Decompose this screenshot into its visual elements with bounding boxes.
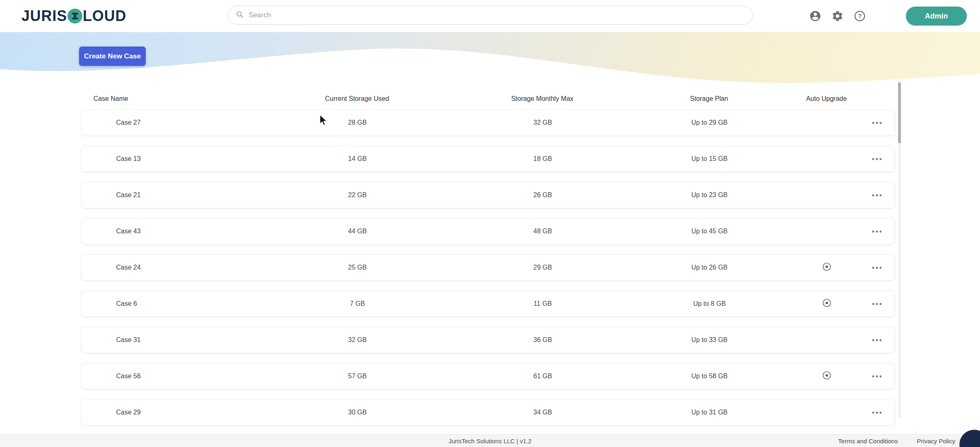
column-header-monthly-max: Storage Monthly Max <box>448 95 637 102</box>
storage-plan-value: Up to 58 GB <box>637 372 782 380</box>
table-row[interactable]: Case 29 30 GB 34 GB Up to 31 GB <box>81 399 895 426</box>
monthly-max-value: 26 GB <box>448 191 637 199</box>
table-row[interactable]: Case 13 14 GB 18 GB Up to 15 GB <box>81 146 895 172</box>
storage-plan-value: Up to 31 GB <box>637 409 782 416</box>
search-input[interactable] <box>249 11 745 19</box>
search-icon <box>236 10 244 20</box>
case-name: Case 31 <box>116 336 141 344</box>
monthly-max-value: 11 GB <box>448 300 637 307</box>
column-header-case-name: Case Name <box>93 95 266 102</box>
case-name: Case 6 <box>116 300 137 307</box>
table-row[interactable]: Case 24 25 GB 29 GB Up to 26 GB <box>81 254 895 281</box>
terms-and-conditions-link[interactable]: Terms and Conditions <box>838 438 898 445</box>
monthly-max-value: 29 GB <box>448 264 637 271</box>
storage-plan-value: Up to 8 GB <box>637 300 782 307</box>
case-table: Case Name Current Storage Used Storage M… <box>0 88 980 426</box>
row-menu-button[interactable] <box>872 303 883 305</box>
storage-plan-value: Up to 45 GB <box>637 228 782 235</box>
chat-bubble-button[interactable] <box>959 430 980 447</box>
current-storage-value: 14 GB <box>267 155 448 163</box>
row-menu-button[interactable] <box>872 412 883 414</box>
gavel-icon <box>68 9 82 23</box>
case-name: Case 24 <box>116 264 141 271</box>
column-header-storage-plan: Storage Plan <box>637 95 781 102</box>
case-name: Case 21 <box>116 191 141 199</box>
case-name: Case 29 <box>116 409 141 416</box>
monthly-max-value: 61 GB <box>448 372 637 380</box>
app-logo: JURISLOUD <box>21 7 126 25</box>
current-storage-value: 57 GB <box>267 372 448 380</box>
svg-text:?: ? <box>858 12 861 19</box>
current-storage-value: 25 GB <box>267 264 448 271</box>
table-scrollbar-track[interactable] <box>898 80 901 419</box>
user-icon[interactable] <box>808 9 822 23</box>
search-bar[interactable] <box>228 6 753 25</box>
auto-upgrade-icon <box>822 298 832 310</box>
hero-banner: Create New Case <box>0 32 980 86</box>
current-storage-value: 30 GB <box>267 409 448 416</box>
footer: JurisTech Solutions LLC | v1.2 Terms and… <box>0 434 980 447</box>
storage-plan-value: Up to 26 GB <box>637 264 782 271</box>
table-row[interactable]: Case 31 32 GB 36 GB Up to 33 GB <box>81 327 895 353</box>
help-icon[interactable]: ? <box>853 9 867 23</box>
row-menu-button[interactable] <box>872 194 883 196</box>
row-menu-button[interactable] <box>872 230 883 233</box>
monthly-max-value: 36 GB <box>448 336 637 344</box>
banner-wave-decoration <box>0 44 980 86</box>
table-row[interactable]: Case 6 7 GB 11 GB Up to 8 GB <box>81 291 895 317</box>
current-storage-value: 44 GB <box>267 228 448 235</box>
storage-plan-value: Up to 33 GB <box>637 336 782 344</box>
storage-plan-value: Up to 23 GB <box>637 191 782 199</box>
case-name: Case 27 <box>116 119 141 126</box>
table-scrollbar-thumb[interactable] <box>898 82 901 143</box>
auto-upgrade-icon <box>822 370 832 382</box>
current-storage-value: 28 GB <box>267 119 448 126</box>
gear-icon[interactable] <box>831 9 845 23</box>
monthly-max-value: 32 GB <box>448 119 637 126</box>
logo-text-suffix: LOUD <box>83 7 126 25</box>
storage-plan-value: Up to 29 GB <box>637 119 782 126</box>
admin-button[interactable]: Admin <box>906 7 967 26</box>
row-menu-button[interactable] <box>872 339 883 341</box>
navbar-icon-group: ? <box>808 0 867 32</box>
row-menu-button[interactable] <box>872 122 883 124</box>
case-name: Case 56 <box>116 372 141 380</box>
table-row[interactable]: Case 56 57 GB 61 GB Up to 58 GB <box>81 363 895 389</box>
monthly-max-value: 34 GB <box>448 409 637 416</box>
create-new-case-button[interactable]: Create New Case <box>79 47 146 66</box>
top-navbar: JURISLOUD ? Admin <box>0 0 980 32</box>
case-list: Case 27 28 GB 32 GB Up to 29 GB Case 13 … <box>81 109 895 426</box>
table-row[interactable]: Case 43 44 GB 48 GB Up to 45 GB <box>81 218 895 244</box>
monthly-max-value: 18 GB <box>448 155 637 163</box>
case-name: Case 13 <box>116 155 141 163</box>
privacy-policy-link[interactable]: Privacy Policy <box>917 438 955 445</box>
table-row[interactable]: Case 21 22 GB 26 GB Up to 23 GB <box>81 182 895 208</box>
row-menu-button[interactable] <box>872 267 883 269</box>
row-menu-button[interactable] <box>872 375 883 377</box>
storage-plan-value: Up to 15 GB <box>637 155 782 163</box>
logo-text-prefix: JURIS <box>21 7 67 25</box>
case-name: Case 43 <box>116 228 141 235</box>
table-header-row: Case Name Current Storage Used Storage M… <box>81 88 895 109</box>
auto-upgrade-icon <box>822 262 832 273</box>
footer-company-version: JurisTech Solutions LLC | v1.2 <box>448 438 532 445</box>
current-storage-value: 7 GB <box>267 300 448 307</box>
current-storage-value: 22 GB <box>267 191 448 199</box>
column-header-current-storage: Current Storage Used <box>266 95 448 102</box>
monthly-max-value: 48 GB <box>448 228 637 235</box>
current-storage-value: 32 GB <box>267 336 448 344</box>
table-row[interactable]: Case 27 28 GB 32 GB Up to 29 GB <box>81 109 895 136</box>
row-menu-button[interactable] <box>872 158 883 160</box>
column-header-auto-upgrade: Auto Upgrade <box>781 95 872 102</box>
